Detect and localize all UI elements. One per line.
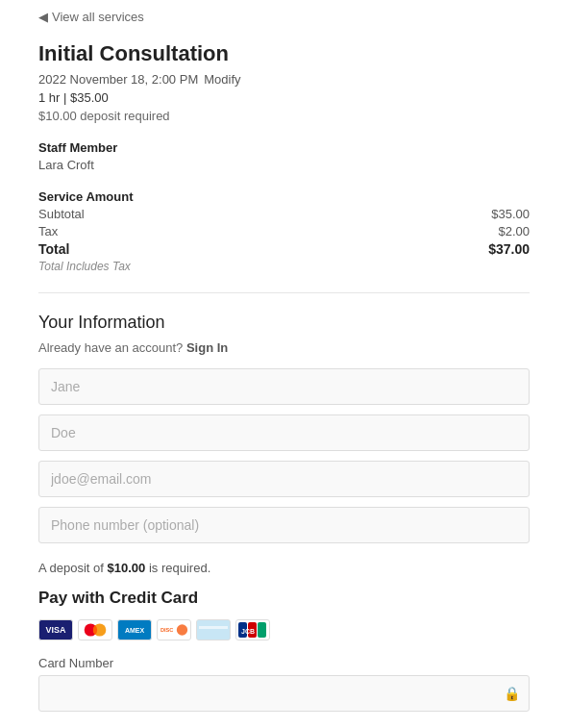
svg-text:JCB: JCB [241, 628, 255, 635]
total-row: Total $37.00 [38, 241, 530, 257]
tax-value: $2.00 [498, 224, 530, 238]
svg-point-4 [177, 624, 187, 635]
account-prompt: Already have an account? Sign In [38, 340, 530, 355]
lock-icon: 🔒 [504, 686, 520, 701]
svg-rect-5 [197, 620, 230, 640]
tax-row: Tax $2.00 [38, 224, 530, 238]
service-amount-section: Service Amount Subtotal $35.00 Tax $2.00… [38, 189, 530, 273]
your-information-title: Your Information [38, 313, 530, 333]
subtotal-row: Subtotal $35.00 [38, 207, 530, 221]
deposit-amount: $10.00 [108, 561, 146, 575]
staff-name: Lara Croft [38, 158, 530, 172]
email-input[interactable] [38, 461, 530, 497]
discover-icon: DISC [157, 619, 191, 640]
generic-card-icon [196, 619, 231, 640]
back-link-label: View all services [52, 10, 144, 24]
tax-label: Tax [38, 224, 58, 238]
includes-tax-note: Total Includes Tax [38, 260, 530, 273]
phone-input[interactable] [38, 507, 530, 543]
svg-rect-6 [199, 626, 228, 629]
duration-text: 1 hr [38, 90, 60, 105]
visa-icon: VISA [38, 619, 73, 640]
pay-with-credit-card-title: Pay with Credit Card [38, 589, 530, 608]
mastercard-icon [78, 619, 112, 640]
card-number-input[interactable] [38, 675, 530, 712]
svg-text:DISC: DISC [161, 627, 173, 633]
sign-in-link[interactable]: Sign In [186, 340, 228, 355]
section-divider [38, 292, 530, 293]
subtotal-value: $35.00 [491, 207, 530, 221]
duration-price: 1 hr | $35.00 [38, 90, 530, 105]
svg-rect-9 [258, 622, 266, 638]
staff-label: Staff Member [38, 140, 530, 155]
card-type-icons: VISA AMEX DISC [38, 619, 530, 640]
service-datetime: 2022 November 18, 2:00 PM Modify [38, 72, 530, 87]
price-text: $35.00 [70, 90, 109, 105]
total-label: Total [38, 241, 69, 257]
card-number-label: Card Number [38, 656, 530, 670]
service-datetime-text: 2022 November 18, 2:00 PM [38, 72, 198, 87]
last-name-input[interactable] [38, 414, 530, 451]
service-amount-label: Service Amount [38, 189, 530, 204]
deposit-note: $10.00 deposit required [38, 109, 530, 123]
back-chevron-icon: ◀ [38, 10, 48, 24]
first-name-input[interactable] [38, 368, 530, 405]
modify-link[interactable]: Modify [204, 72, 240, 87]
card-number-wrap: 🔒 [38, 675, 530, 712]
back-link[interactable]: ◀ View all services [38, 10, 530, 24]
subtotal-label: Subtotal [38, 207, 85, 221]
amex-icon: AMEX [117, 619, 152, 640]
service-title: Initial Consultation [38, 41, 530, 66]
total-value: $37.00 [488, 241, 530, 257]
jcb-icon: JCB [235, 619, 270, 640]
deposit-required-notice: A deposit of $10.00 is required. [38, 561, 530, 575]
